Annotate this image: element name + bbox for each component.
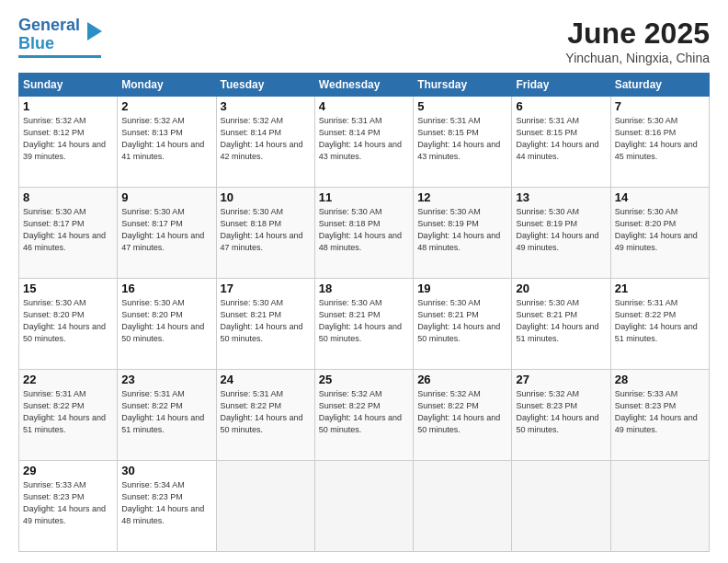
day-number: 22 xyxy=(23,373,113,386)
day-number: 17 xyxy=(221,282,311,295)
day-number: 4 xyxy=(319,99,409,113)
calendar-day-cell: 2Sunrise: 5:32 AMSunset: 8:13 PMDaylight… xyxy=(118,97,216,188)
day-number: 21 xyxy=(615,282,705,295)
day-number: 26 xyxy=(417,373,507,386)
location: Yinchuan, Ningxia, China xyxy=(565,51,710,65)
logo-underline xyxy=(18,55,101,58)
day-info: Sunrise: 5:30 AMSunset: 8:21 PMDaylight:… xyxy=(417,297,507,345)
calendar-day-cell: 30Sunrise: 5:34 AMSunset: 8:23 PMDayligh… xyxy=(118,461,216,552)
day-info: Sunrise: 5:30 AMSunset: 8:21 PMDaylight:… xyxy=(221,297,311,345)
day-info: Sunrise: 5:33 AMSunset: 8:23 PMDaylight:… xyxy=(615,388,705,436)
day-info: Sunrise: 5:30 AMSunset: 8:19 PMDaylight:… xyxy=(516,206,606,254)
logo-icon xyxy=(82,18,108,44)
title-block: June 2025 Yinchuan, Ningxia, China xyxy=(565,17,710,65)
calendar-day-cell: 20Sunrise: 5:30 AMSunset: 8:21 PMDayligh… xyxy=(512,279,610,370)
calendar-day-cell: 5Sunrise: 5:31 AMSunset: 8:15 PMDaylight… xyxy=(414,97,512,188)
calendar-day-cell: 7Sunrise: 5:30 AMSunset: 8:16 PMDaylight… xyxy=(610,97,709,188)
weekday-header-row: SundayMondayTuesdayWednesdayThursdayFrid… xyxy=(19,74,710,97)
day-number: 13 xyxy=(516,190,606,204)
day-number: 23 xyxy=(121,373,211,386)
day-number: 3 xyxy=(221,99,311,113)
day-number: 15 xyxy=(23,282,113,295)
day-info: Sunrise: 5:32 AMSunset: 8:13 PMDaylight:… xyxy=(121,115,211,163)
weekday-header: Sunday xyxy=(19,74,118,97)
calendar-day-cell: 22Sunrise: 5:31 AMSunset: 8:22 PMDayligh… xyxy=(19,370,118,461)
calendar-day-cell: 25Sunrise: 5:32 AMSunset: 8:22 PMDayligh… xyxy=(314,370,413,461)
day-number: 30 xyxy=(121,464,211,477)
day-number: 11 xyxy=(319,190,409,204)
weekday-header: Wednesday xyxy=(314,74,413,97)
calendar-day-cell: 27Sunrise: 5:32 AMSunset: 8:23 PMDayligh… xyxy=(512,370,610,461)
calendar-day-cell xyxy=(610,461,709,552)
day-info: Sunrise: 5:32 AMSunset: 8:23 PMDaylight:… xyxy=(516,388,606,436)
day-info: Sunrise: 5:30 AMSunset: 8:20 PMDaylight:… xyxy=(121,297,211,345)
day-info: Sunrise: 5:31 AMSunset: 8:15 PMDaylight:… xyxy=(417,115,507,163)
day-info: Sunrise: 5:30 AMSunset: 8:20 PMDaylight:… xyxy=(615,206,705,254)
day-number: 16 xyxy=(121,282,211,295)
weekday-header: Friday xyxy=(512,74,610,97)
day-number: 28 xyxy=(615,373,705,386)
day-info: Sunrise: 5:30 AMSunset: 8:19 PMDaylight:… xyxy=(417,206,507,254)
weekday-header: Thursday xyxy=(414,74,512,97)
calendar-day-cell: 29Sunrise: 5:33 AMSunset: 8:23 PMDayligh… xyxy=(19,461,118,552)
calendar-day-cell: 8Sunrise: 5:30 AMSunset: 8:17 PMDaylight… xyxy=(19,188,118,279)
day-number: 8 xyxy=(23,190,113,204)
day-number: 27 xyxy=(516,373,606,386)
logo-text: General Blue xyxy=(18,17,80,53)
day-info: Sunrise: 5:32 AMSunset: 8:14 PMDaylight:… xyxy=(221,115,311,163)
day-info: Sunrise: 5:30 AMSunset: 8:20 PMDaylight:… xyxy=(23,297,113,345)
logo-blue: Blue xyxy=(18,34,54,52)
calendar-day-cell: 23Sunrise: 5:31 AMSunset: 8:22 PMDayligh… xyxy=(118,370,216,461)
day-info: Sunrise: 5:31 AMSunset: 8:14 PMDaylight:… xyxy=(319,115,409,163)
day-info: Sunrise: 5:31 AMSunset: 8:15 PMDaylight:… xyxy=(516,115,606,163)
calendar-day-cell: 17Sunrise: 5:30 AMSunset: 8:21 PMDayligh… xyxy=(216,279,314,370)
day-info: Sunrise: 5:30 AMSunset: 8:18 PMDaylight:… xyxy=(221,206,311,254)
calendar-day-cell xyxy=(414,461,512,552)
day-number: 10 xyxy=(221,190,311,204)
day-number: 24 xyxy=(221,373,311,386)
calendar-day-cell xyxy=(216,461,314,552)
day-number: 18 xyxy=(319,282,409,295)
calendar-day-cell: 14Sunrise: 5:30 AMSunset: 8:20 PMDayligh… xyxy=(610,188,709,279)
day-info: Sunrise: 5:30 AMSunset: 8:21 PMDaylight:… xyxy=(319,297,409,345)
calendar-day-cell: 11Sunrise: 5:30 AMSunset: 8:18 PMDayligh… xyxy=(314,188,413,279)
calendar-day-cell: 26Sunrise: 5:32 AMSunset: 8:22 PMDayligh… xyxy=(414,370,512,461)
day-info: Sunrise: 5:30 AMSunset: 8:17 PMDaylight:… xyxy=(23,206,113,254)
calendar-day-cell: 16Sunrise: 5:30 AMSunset: 8:20 PMDayligh… xyxy=(118,279,216,370)
calendar-day-cell: 28Sunrise: 5:33 AMSunset: 8:23 PMDayligh… xyxy=(610,370,709,461)
calendar-week-row: 29Sunrise: 5:33 AMSunset: 8:23 PMDayligh… xyxy=(19,461,710,552)
calendar-day-cell: 18Sunrise: 5:30 AMSunset: 8:21 PMDayligh… xyxy=(314,279,413,370)
calendar-day-cell xyxy=(512,461,610,552)
day-number: 20 xyxy=(516,282,606,295)
header: General Blue June 2025 Yinchuan, Ningxia… xyxy=(18,17,710,65)
calendar-day-cell: 12Sunrise: 5:30 AMSunset: 8:19 PMDayligh… xyxy=(414,188,512,279)
calendar-day-cell: 1Sunrise: 5:32 AMSunset: 8:12 PMDaylight… xyxy=(19,97,118,188)
calendar-day-cell: 6Sunrise: 5:31 AMSunset: 8:15 PMDaylight… xyxy=(512,97,610,188)
calendar-day-cell: 15Sunrise: 5:30 AMSunset: 8:20 PMDayligh… xyxy=(19,279,118,370)
calendar-week-row: 1Sunrise: 5:32 AMSunset: 8:12 PMDaylight… xyxy=(19,97,710,188)
day-number: 7 xyxy=(615,99,705,113)
weekday-header: Monday xyxy=(118,74,216,97)
day-info: Sunrise: 5:30 AMSunset: 8:17 PMDaylight:… xyxy=(121,206,211,254)
calendar-day-cell: 21Sunrise: 5:31 AMSunset: 8:22 PMDayligh… xyxy=(610,279,709,370)
day-number: 6 xyxy=(516,99,606,113)
page: General Blue June 2025 Yinchuan, Ningxia… xyxy=(0,0,728,563)
day-info: Sunrise: 5:32 AMSunset: 8:22 PMDaylight:… xyxy=(417,388,507,436)
logo-general: General xyxy=(18,16,80,34)
day-number: 12 xyxy=(417,190,507,204)
day-info: Sunrise: 5:32 AMSunset: 8:22 PMDaylight:… xyxy=(319,388,409,436)
day-info: Sunrise: 5:32 AMSunset: 8:12 PMDaylight:… xyxy=(23,115,113,163)
day-number: 1 xyxy=(23,99,113,113)
svg-marker-0 xyxy=(87,22,102,40)
day-number: 9 xyxy=(121,190,211,204)
day-info: Sunrise: 5:30 AMSunset: 8:21 PMDaylight:… xyxy=(516,297,606,345)
day-info: Sunrise: 5:31 AMSunset: 8:22 PMDaylight:… xyxy=(121,388,211,436)
calendar-week-row: 8Sunrise: 5:30 AMSunset: 8:17 PMDaylight… xyxy=(19,188,710,279)
day-info: Sunrise: 5:34 AMSunset: 8:23 PMDaylight:… xyxy=(121,479,211,527)
calendar-day-cell xyxy=(314,461,413,552)
calendar-table: SundayMondayTuesdayWednesdayThursdayFrid… xyxy=(18,73,710,552)
day-info: Sunrise: 5:31 AMSunset: 8:22 PMDaylight:… xyxy=(615,297,705,345)
logo: General Blue xyxy=(18,17,108,58)
calendar-day-cell: 19Sunrise: 5:30 AMSunset: 8:21 PMDayligh… xyxy=(414,279,512,370)
weekday-header: Saturday xyxy=(610,74,709,97)
